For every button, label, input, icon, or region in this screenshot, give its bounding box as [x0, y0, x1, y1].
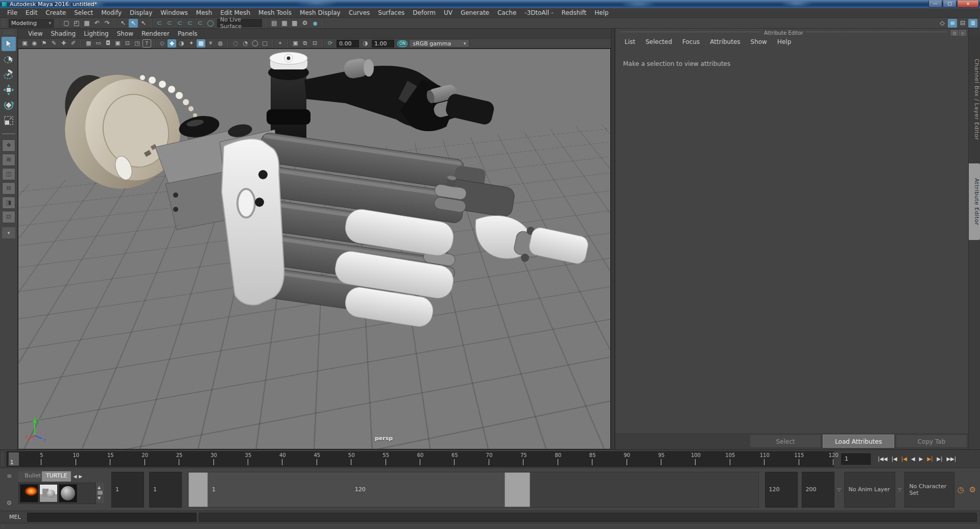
current-frame-marker[interactable]: 1 [9, 452, 19, 466]
menu-item[interactable]: Curves [345, 8, 374, 17]
playback-button[interactable]: |◀ [890, 453, 899, 465]
menu-set-dropdown[interactable]: Modeling ▾ [9, 19, 54, 28]
ae-menu-item[interactable]: Help [772, 38, 796, 45]
gate-icon[interactable]: ◳ [133, 39, 141, 47]
ae-menu-item[interactable]: Attributes [705, 38, 745, 45]
snap-icon[interactable]: ⊂ [185, 19, 195, 28]
drag-grip[interactable] [1, 524, 5, 528]
ae-menu-item[interactable]: Selected [640, 38, 677, 45]
exposure-field[interactable]: 0.00 [337, 40, 359, 47]
gate-icon[interactable]: T [142, 39, 151, 47]
panel-menu-item[interactable]: View [24, 29, 46, 38]
camera-tool-icon[interactable]: ◉ [30, 39, 39, 47]
layout-shortcut-button[interactable]: ⊡ [2, 211, 15, 223]
gate-icon[interactable]: ▣ [113, 39, 122, 47]
shelf-next-icon[interactable]: ▶ [79, 474, 82, 479]
anim-layer-dropdown[interactable]: No Anim Layer [844, 472, 895, 508]
chevron-down-icon[interactable]: ▽ [838, 487, 841, 492]
mel-command-input[interactable] [27, 513, 197, 522]
gate-icon[interactable]: ◘ [104, 39, 112, 47]
menu-item[interactable]: Mesh [192, 8, 217, 17]
auto-keyframe-icon[interactable]: ◷ [957, 485, 964, 494]
shelf-item-render-scene[interactable] [39, 484, 58, 502]
shelf-scroll-down-icon[interactable]: ▼ [98, 496, 103, 500]
panel-window-icon[interactable]: ⊡ [310, 39, 319, 47]
panel-menu-item[interactable]: Lighting [80, 29, 113, 38]
shading-icon[interactable]: ◇ [158, 39, 166, 47]
render-icon[interactable]: ▤ [270, 19, 279, 28]
camera-tool-icon[interactable]: ▣ [20, 39, 29, 47]
menu-item[interactable]: Help [590, 8, 612, 17]
layout-shortcut-button[interactable]: ◫ [2, 168, 15, 180]
selection-mask-icon[interactable]: ↖ [118, 19, 128, 28]
file-op-icon[interactable]: ▦ [82, 19, 91, 28]
snap-icon[interactable]: ⊂ [155, 19, 164, 28]
undo-redo-icon[interactable]: ↷ [103, 19, 112, 28]
contrast-icon[interactable]: ◑ [361, 39, 370, 47]
menu-item[interactable]: Redshift [558, 8, 591, 17]
snap-icon[interactable]: ⊂ [175, 19, 184, 28]
playback-button[interactable]: ◀ [909, 453, 917, 465]
character-set-dropdown[interactable]: No Character Set [904, 472, 954, 508]
playback-button[interactable]: |◀◀ [876, 453, 890, 465]
shelf-item-sphere[interactable] [59, 484, 77, 502]
command-line-mode-label[interactable]: MEL [9, 514, 21, 520]
menu-item[interactable]: Display [126, 8, 156, 17]
menu-item[interactable]: Windows [156, 8, 192, 17]
scale-tool[interactable] [2, 113, 16, 128]
drag-grip[interactable] [2, 19, 6, 27]
contrast-field[interactable]: 1.00 [372, 40, 394, 47]
close-button[interactable]: × [957, 1, 979, 8]
shading-icon[interactable]: ▩ [197, 39, 205, 47]
playback-button[interactable]: ▶ [917, 453, 925, 465]
sidebar-toggle-icon[interactable]: ◇ [938, 19, 947, 28]
live-surface-field[interactable]: No Live Surface [217, 19, 262, 27]
move-tool[interactable] [2, 83, 16, 97]
render-icon[interactable]: ● [310, 19, 320, 28]
playback-button[interactable]: ▶| [925, 453, 935, 465]
xray-icon[interactable]: ◯ [251, 39, 259, 47]
render-icon[interactable]: ▩ [290, 19, 299, 28]
menu-item[interactable]: Select [70, 8, 97, 17]
ae-menu-item[interactable]: List [619, 38, 640, 45]
file-op-icon[interactable]: ▢ [62, 19, 71, 28]
render-icon[interactable]: ▦ [280, 19, 289, 28]
chevron-down-icon[interactable]: ▽ [898, 487, 902, 492]
minimize-button[interactable]: — [928, 1, 942, 8]
shading-icon[interactable]: ☀ [206, 39, 215, 47]
playback-start-field[interactable]: 1 [149, 472, 182, 508]
menu-item[interactable]: Cache [493, 8, 520, 17]
menu-item[interactable]: Modify [97, 8, 126, 17]
xray-icon[interactable]: ◌ [231, 39, 240, 47]
current-frame-field[interactable]: 1 [841, 453, 871, 465]
menu-item[interactable]: File [3, 8, 21, 17]
maximize-button[interactable]: ▢ [943, 1, 957, 8]
copy-tab-button[interactable]: Copy Tab [896, 435, 967, 448]
selection-mask-icon[interactable]: ↖ [129, 19, 138, 28]
float-panel-icon[interactable]: ⧉ [951, 30, 958, 36]
anim-start-field[interactable]: 1 [111, 472, 144, 508]
playback-button[interactable]: |◀ [899, 453, 909, 465]
range-slider[interactable]: 1 120 [188, 472, 759, 508]
shelf-gear-icon[interactable]: ⚙ [7, 499, 12, 507]
isolate-select-icon[interactable]: ⌖ [276, 39, 284, 47]
exposure-icon[interactable]: ⟳ [326, 39, 334, 47]
playback-button[interactable]: ▶▶| [944, 453, 958, 465]
menu-item[interactable]: Create [41, 8, 70, 17]
rotate-tool[interactable] [2, 98, 16, 112]
panel-menu-item[interactable]: Panels [174, 29, 202, 38]
time-slider[interactable]: 1 5 10 15 20 25 30 35 [7, 451, 834, 467]
anim-end-field[interactable]: 200 [802, 472, 834, 508]
range-start-handle[interactable] [188, 472, 208, 507]
select-tool[interactable] [2, 37, 16, 51]
file-op-icon[interactable]: ◰ [72, 19, 81, 28]
menu-item[interactable]: Mesh Display [296, 8, 345, 17]
layout-shortcut-button[interactable]: ⊟ [2, 182, 15, 195]
snap-icon[interactable]: ⊂ [165, 19, 174, 28]
panel-menu-item[interactable]: Renderer [137, 29, 174, 38]
shelf-tab-turtle[interactable]: TURTLE [42, 471, 71, 482]
ae-menu-item[interactable]: Focus [677, 38, 705, 45]
menu-item[interactable]: Deform [409, 8, 440, 17]
camera-tool-icon[interactable]: ✚ [59, 39, 68, 47]
camera-tool-icon[interactable]: ✎ [50, 39, 58, 47]
